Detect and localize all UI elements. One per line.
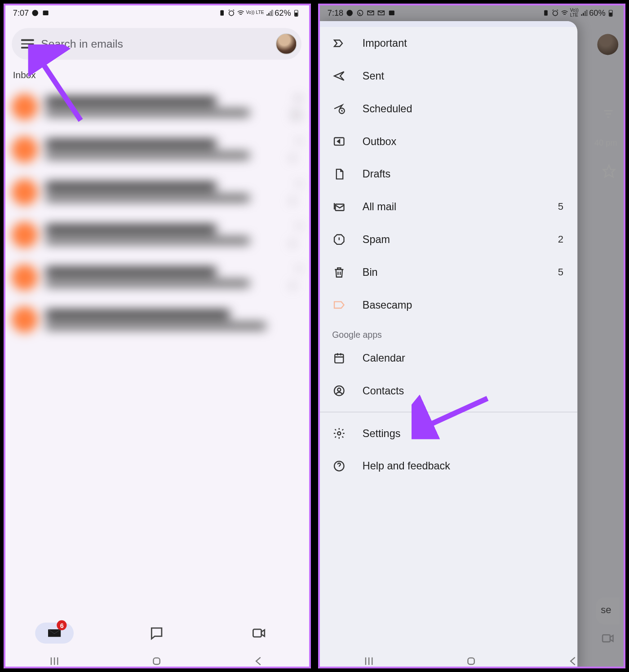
svg-rect-22 — [586, 10, 587, 16]
nav-meet-button[interactable] — [239, 623, 278, 644]
drawer-item-bin[interactable]: Bin 5 — [318, 256, 577, 289]
svg-rect-5 — [268, 13, 269, 16]
drawer-item-label: Help and feedback — [363, 460, 450, 472]
volte-icon: Vo))LTE — [570, 8, 579, 18]
back-icon[interactable] — [252, 655, 265, 668]
search-input[interactable]: Search in emails — [41, 37, 269, 50]
drawer-item-important[interactable]: Important — [318, 27, 577, 60]
email-row[interactable]: n▸ — [8, 171, 305, 213]
bin-icon — [332, 265, 346, 279]
svg-point-33 — [337, 388, 341, 391]
gmail-icon — [377, 9, 385, 17]
scheduled-icon — [332, 102, 346, 115]
status-bar: 7:18 Vo))LTE 60% — [318, 4, 624, 21]
svg-point-0 — [32, 10, 39, 16]
nav-mail-button[interactable]: 6 — [35, 623, 74, 644]
svg-rect-21 — [585, 12, 585, 16]
gmail-icon — [367, 9, 375, 17]
svg-rect-24 — [609, 13, 612, 16]
mail-badge: 6 — [57, 620, 67, 630]
status-battery: 60% — [589, 8, 605, 18]
svg-rect-31 — [335, 354, 343, 363]
email-row[interactable]: n▸ — [8, 128, 305, 171]
wifi-icon — [561, 9, 569, 17]
svg-rect-16 — [389, 10, 394, 15]
spam-icon — [332, 233, 346, 247]
drawer-section-header: Google apps — [318, 321, 577, 342]
svg-point-3 — [229, 11, 234, 16]
svg-point-18 — [553, 11, 558, 16]
email-row[interactable] — [8, 299, 305, 341]
status-time: 7:18 — [328, 8, 343, 18]
home-icon[interactable] — [465, 655, 478, 668]
navigation-drawer: Important Sent Scheduled Outbox Drafts A… — [318, 21, 577, 672]
home-icon[interactable] — [150, 655, 163, 668]
search-bar[interactable]: Search in emails — [12, 28, 301, 60]
chat-icon — [149, 626, 164, 641]
status-bar: 7:07 Vo)) LTE 62% — [4, 4, 310, 21]
video-icon — [601, 632, 615, 645]
gear-icon — [332, 426, 346, 440]
drawer-item-help[interactable]: Help and feedback — [318, 450, 577, 482]
wifi-icon — [237, 9, 245, 17]
svg-rect-11 — [253, 629, 261, 637]
svg-rect-2 — [220, 10, 224, 16]
recents-icon[interactable] — [363, 655, 376, 668]
bg-email-time: 40 pm — [594, 138, 617, 147]
battery-icon — [292, 9, 300, 17]
drawer-item-outbox[interactable]: Outbox — [318, 125, 577, 158]
drawer-item-scheduled[interactable]: Scheduled — [318, 93, 577, 125]
system-nav — [318, 650, 624, 672]
svg-rect-9 — [295, 13, 297, 16]
battery-icon — [607, 9, 615, 17]
drawer-item-label: Bin — [363, 266, 378, 278]
system-nav — [4, 650, 310, 672]
drawer-item-count: 5 — [558, 201, 563, 212]
svg-rect-26 — [602, 635, 610, 642]
drawer-item-label: Drafts — [363, 168, 390, 180]
svg-point-15 — [358, 10, 363, 16]
email-list: m n▸ n▸ n▸ n▸ — [4, 85, 310, 340]
bottom-nav: 6 — [4, 616, 310, 650]
drawer-item-count: 2 — [558, 234, 563, 245]
svg-rect-20 — [583, 13, 584, 16]
chat-bubble-icon — [31, 9, 39, 17]
back-icon[interactable] — [567, 655, 580, 668]
drawer-item-count: 5 — [558, 266, 563, 278]
drawer-item-label: Scheduled — [363, 102, 412, 115]
drawer-item-calendar[interactable]: Calendar — [318, 342, 577, 375]
contacts-icon — [332, 384, 346, 398]
account-avatar[interactable] — [276, 33, 297, 54]
drawer-item-contacts[interactable]: Contacts — [318, 375, 577, 407]
image-icon — [42, 9, 50, 17]
bg-avatar — [597, 34, 618, 55]
battery-saver-icon — [542, 9, 550, 17]
volte-icon: Vo)) LTE — [246, 11, 264, 15]
sender-avatar — [12, 94, 37, 119]
drawer-item-label: Settings — [363, 427, 401, 439]
drawer-item-sent[interactable]: Sent — [318, 60, 577, 93]
alarm-icon — [551, 9, 559, 17]
signal-icon — [265, 9, 273, 17]
email-row[interactable]: n▸ — [8, 256, 305, 299]
battery-saver-icon — [218, 9, 226, 17]
drawer-item-allmail[interactable]: All mail 5 — [318, 190, 577, 223]
svg-rect-36 — [468, 658, 474, 664]
drawer-item-basecamp[interactable]: Basecamp — [318, 288, 577, 321]
phone-left-inbox: 7:07 Vo)) LTE 62% Search in emails Inbox… — [0, 0, 314, 672]
calendar-icon — [332, 351, 346, 365]
alarm-icon — [227, 9, 235, 17]
drawer-item-settings[interactable]: Settings — [318, 417, 577, 450]
drawer-item-drafts[interactable]: Drafts — [318, 158, 577, 190]
drawer-item-label: Outbox — [363, 135, 396, 147]
nav-chat-button[interactable] — [137, 623, 176, 644]
recents-icon[interactable] — [48, 655, 61, 668]
hamburger-menu-icon[interactable] — [21, 40, 34, 49]
drawer-item-spam[interactable]: Spam 2 — [318, 223, 577, 256]
star-icon[interactable] — [291, 109, 301, 119]
email-row[interactable]: m — [8, 85, 305, 128]
drawer-item-label: Contacts — [363, 385, 404, 397]
svg-marker-25 — [603, 165, 615, 177]
svg-point-14 — [347, 10, 353, 16]
email-row[interactable]: n▸ — [8, 213, 305, 256]
